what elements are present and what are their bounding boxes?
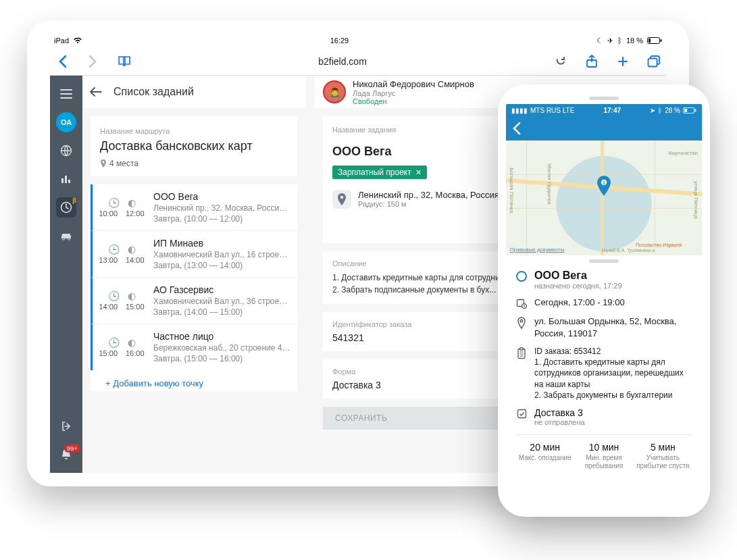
map-legal-link[interactable]: Правовые документы xyxy=(510,247,564,253)
battery-icon xyxy=(647,37,662,44)
map-labels: Кыргызстан улица Пятница Посольство Изра… xyxy=(506,141,702,255)
svg-point-23 xyxy=(520,320,523,322)
timing-label: Учитывать прибытие спустя xyxy=(634,454,692,470)
moon-flag-icon: ◐ xyxy=(128,337,136,348)
desc-line-1: 1. Доставить кредитные карты дял сотрудн… xyxy=(534,357,692,390)
stop-name: Частное лицо xyxy=(153,331,290,342)
stop-name: АО Газсервис xyxy=(153,284,290,295)
form-title: Доставка 3 xyxy=(534,407,585,418)
assigned-label: назначено сегодня, 17:29 xyxy=(534,282,622,290)
user-avatar-badge[interactable]: ОА xyxy=(56,112,76,132)
nav-back-icon[interactable] xyxy=(54,53,70,70)
iphone-device: ▮▮▮▮ MTS RUS LTE 17:47 ➤ ᛒ 28 % Кыргызст… xyxy=(498,84,710,517)
moon-flag-icon: ◐ xyxy=(128,197,136,208)
back-arrow-icon[interactable] xyxy=(89,86,103,97)
map-pin-icon: 1 xyxy=(596,176,612,196)
timing-arrive: 5 мин Учитывать прибытие спустя xyxy=(634,442,692,470)
route-title: Доставка бансковских карт xyxy=(100,139,288,153)
sheet-handle[interactable] xyxy=(589,259,619,263)
stop-item[interactable]: 🕒◐ 15:0016:00 Частное лицо Бережковская … xyxy=(91,324,297,370)
desc-line-2: 2. Забрать документы в бухгалтерии xyxy=(534,390,692,401)
stops-list: 🕒◐ 10:0012:00 ООО Вега Ленинский пр., 32… xyxy=(91,184,297,370)
stop-name: ИП Минаев xyxy=(153,238,290,249)
clipboard-icon xyxy=(515,346,528,359)
new-tab-icon[interactable] xyxy=(615,53,631,70)
clock-icon: 🕒 xyxy=(108,197,120,208)
bluetooth-icon: ᛒ xyxy=(617,36,622,45)
task-title: ООО Вега xyxy=(534,270,622,282)
pin-icon xyxy=(515,315,528,329)
svg-text:1: 1 xyxy=(603,180,605,185)
stop-item[interactable]: 🕒◐ 13:0014:00 ИП Минаев Хамовнический Ва… xyxy=(91,230,297,277)
bookmarks-icon[interactable] xyxy=(116,53,132,70)
task-tag[interactable]: Зарплатный проект ✕ xyxy=(332,166,427,179)
nav-arrow-icon: ✈︎ xyxy=(607,36,613,45)
share-icon[interactable] xyxy=(584,53,600,70)
stop-item[interactable]: 🕒◐ 10:0012:00 ООО Вега Ленинский пр., 32… xyxy=(91,184,297,230)
pin-small-icon xyxy=(100,159,107,168)
side-rail: ОА β 99+ xyxy=(50,76,82,473)
stop-item[interactable]: 🕒◐ 14:0015:00 АО Газсервис Хамовнический… xyxy=(91,277,297,324)
chart-icon[interactable] xyxy=(56,169,76,189)
status-ring-icon xyxy=(515,270,528,282)
iphone-speaker xyxy=(589,97,619,100)
logout-icon[interactable] xyxy=(56,416,76,436)
nav-arrow-icon: ➤ xyxy=(650,107,655,114)
svg-rect-2 xyxy=(660,39,661,42)
stop-when: Завтра, (10:00 — 12:00) xyxy=(153,214,290,224)
phone-nav-bar xyxy=(506,116,702,141)
add-stop-button[interactable]: + Добавить новую точку xyxy=(91,370,297,391)
time-window: Сегодня, 17:00 - 19:00 xyxy=(534,297,625,309)
map-label: Малая Ордынка xyxy=(547,163,553,204)
car-icon[interactable] xyxy=(56,226,76,246)
map-view[interactable]: Кыргызстан улица Пятница Посольство Изра… xyxy=(506,141,702,255)
globe-icon[interactable] xyxy=(56,141,76,161)
map-label: Большая Полянка xyxy=(509,168,515,213)
bell-icon[interactable]: 99+ xyxy=(56,444,76,465)
time-to: 15:00 xyxy=(126,303,145,311)
svg-rect-8 xyxy=(65,176,67,183)
svg-rect-5 xyxy=(649,58,657,66)
svg-point-13 xyxy=(103,161,105,163)
clock-icon: 🕒 xyxy=(108,244,120,255)
svg-rect-7 xyxy=(61,178,63,183)
assignee-name: Николай Федорович Смирнов xyxy=(353,79,474,89)
address-bar[interactable]: b2field.com xyxy=(147,56,538,67)
tabs-icon[interactable] xyxy=(646,53,662,70)
menu-icon[interactable] xyxy=(56,84,76,104)
iphone-status-bar: ▮▮▮▮ MTS RUS LTE 17:47 ➤ ᛒ 28 % xyxy=(506,104,702,116)
reload-icon[interactable] xyxy=(553,53,569,70)
svg-rect-26 xyxy=(517,410,526,418)
iphone-screen: ▮▮▮▮ MTS RUS LTE 17:47 ➤ ᛒ 28 % Кыргызст… xyxy=(506,104,702,505)
calendar-clock-icon xyxy=(515,297,528,309)
tasks-icon[interactable]: β xyxy=(56,197,76,218)
bluetooth-icon: ᛒ xyxy=(658,107,662,114)
time-from: 10:00 xyxy=(99,209,118,218)
assignee-state: Свободен xyxy=(353,97,474,105)
stop-address: Ленинский пр., 32, Москва, Россия, ... xyxy=(153,203,290,213)
places-text: 4 места xyxy=(109,159,138,168)
timing-row: 20 мин Макс. опоздание 10 мин Мин. время… xyxy=(515,434,692,470)
bell-badge: 99+ xyxy=(64,444,80,453)
moon-flag-icon: ◐ xyxy=(128,244,136,255)
map-label: Посольство Израиля xyxy=(636,243,682,247)
order-id: ID заказа: 653412 xyxy=(534,346,692,357)
tasks-column: Список заданий Название маршрута Доставк… xyxy=(82,76,305,473)
tag-remove-icon[interactable]: ✕ xyxy=(415,168,422,177)
svg-point-11 xyxy=(62,238,64,240)
route-label: Название маршрута xyxy=(100,127,288,135)
route-card: Название маршрута Доставка бансковских к… xyxy=(91,116,297,176)
nav-back-icon[interactable] xyxy=(511,122,521,135)
clock: 17:47 xyxy=(604,107,621,114)
address-pin-icon xyxy=(332,190,351,209)
time-to: 12:00 xyxy=(126,209,145,218)
battery-icon xyxy=(683,107,696,113)
time-to: 16:00 xyxy=(126,349,145,357)
svg-rect-18 xyxy=(694,109,696,111)
map-label: улица Пятница xyxy=(693,181,699,219)
svg-rect-25 xyxy=(520,348,524,350)
signal-icon: ▮▮▮▮ xyxy=(511,107,528,114)
assignee-avatar[interactable]: 🙍‍♂️ xyxy=(323,80,346,103)
moon-flag-icon: ◐ xyxy=(128,290,136,301)
svg-rect-17 xyxy=(684,109,687,112)
